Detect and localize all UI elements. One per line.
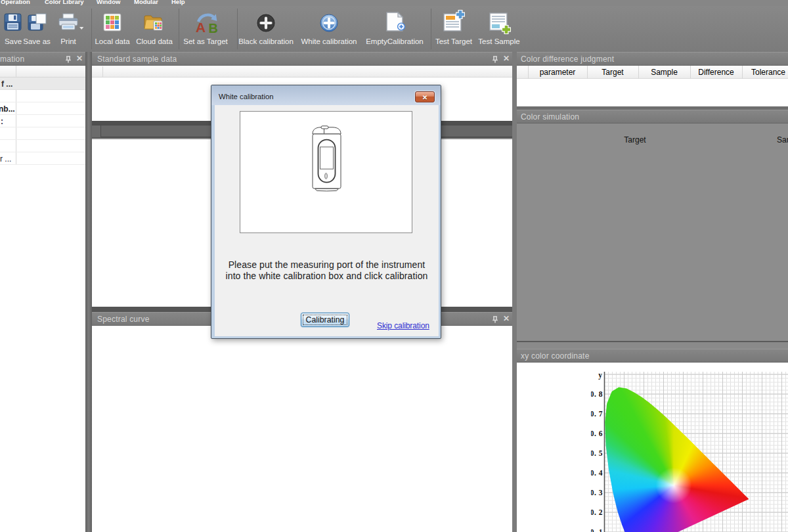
svg-text:0. 1: 0. 1 bbox=[591, 528, 603, 532]
svg-text:0. 6: 0. 6 bbox=[591, 430, 603, 437]
svg-text:0. 3: 0. 3 bbox=[591, 489, 603, 497]
svg-text:0. 8: 0. 8 bbox=[591, 390, 603, 398]
svg-text:0. 2: 0. 2 bbox=[591, 508, 603, 516]
svg-text:y: y bbox=[598, 371, 602, 380]
svg-text:0. 4: 0. 4 bbox=[591, 469, 603, 477]
svg-text:0. 7: 0. 7 bbox=[591, 410, 603, 418]
svg-text:A: A bbox=[196, 20, 206, 35]
svg-text:B: B bbox=[209, 21, 218, 35]
svg-text:0. 5: 0. 5 bbox=[591, 449, 603, 457]
